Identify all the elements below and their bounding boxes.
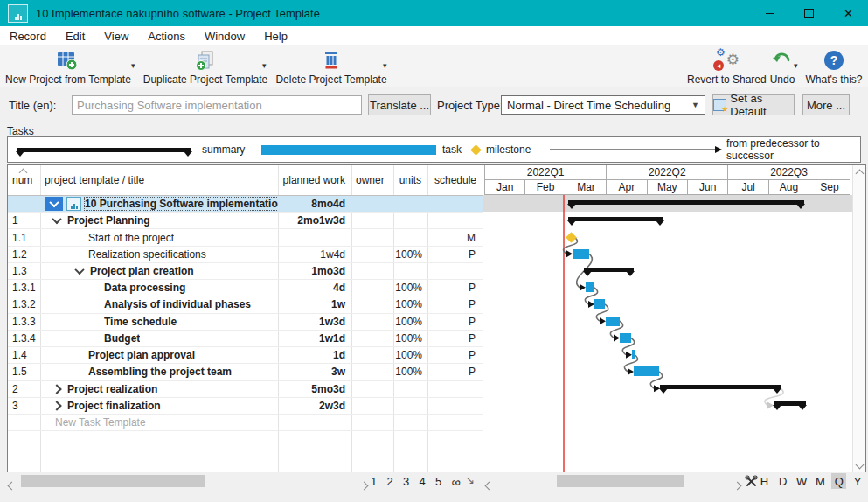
- timescale-button-y[interactable]: Y: [851, 473, 865, 489]
- table-row[interactable]: 1.3.1Data processing4d100%P: [8, 280, 483, 296]
- page-button-∞[interactable]: ∞: [452, 475, 461, 489]
- chevron-right-icon[interactable]: [52, 401, 61, 410]
- task-bar[interactable]: [634, 366, 659, 376]
- project-type-select[interactable]: Normal - Direct Time Scheduling ▼: [501, 95, 705, 115]
- diagonal-resize-icon[interactable]: ↘: [466, 474, 475, 486]
- pager-next-button[interactable]: [361, 478, 367, 492]
- dropdown-caret-icon[interactable]: ▾: [131, 61, 135, 70]
- collapse-row-button[interactable]: [45, 197, 63, 211]
- page-button-4[interactable]: 4: [420, 475, 426, 488]
- chevron-down-icon[interactable]: [74, 265, 84, 275]
- task-bar[interactable]: [620, 333, 631, 343]
- task-title: Assembling the project team: [88, 366, 232, 378]
- summary-bar[interactable]: [568, 217, 663, 221]
- table-row[interactable]: 10 Purchasing Software implementation8mo…: [8, 196, 483, 213]
- table-row[interactable]: 3Project finalization2w3d: [8, 398, 483, 415]
- scroll-up-icon[interactable]: [856, 170, 865, 178]
- gantt-scrollbar-thumb[interactable]: [557, 475, 684, 487]
- task-title: Project finalization: [67, 400, 161, 412]
- task-bar[interactable]: [594, 299, 605, 309]
- dropdown-caret-icon[interactable]: ▾: [383, 61, 387, 70]
- summary-legend-label: summary: [202, 143, 245, 156]
- new-project-from-template-button[interactable]: New Project from Template: [5, 48, 128, 86]
- undo-button[interactable]: Undo: [768, 48, 796, 86]
- table-row[interactable]: 1.2Realization specifications1w4d100%P: [8, 247, 483, 263]
- task-bar[interactable]: [632, 350, 635, 359]
- task-bar[interactable]: [573, 249, 589, 259]
- column-header-owner[interactable]: owner: [351, 165, 393, 195]
- maximize-button[interactable]: [789, 0, 829, 26]
- units: [393, 415, 427, 430]
- project-template-icon: [66, 197, 81, 211]
- minimize-button[interactable]: [750, 0, 789, 26]
- page-button-5[interactable]: 5: [435, 475, 441, 488]
- table-row[interactable]: 2Project realization5mo3d: [8, 381, 483, 398]
- tools-icon[interactable]: [745, 475, 758, 491]
- chevron-down-icon[interactable]: [52, 214, 61, 224]
- chevron-right-icon[interactable]: [52, 384, 61, 394]
- dropdown-caret-icon[interactable]: ▾: [262, 61, 267, 70]
- task-title-cell: Data processing: [40, 280, 278, 296]
- timescale-button-h[interactable]: H: [757, 473, 772, 489]
- translate-button[interactable]: Translate ...: [368, 94, 431, 115]
- table-row[interactable]: 1.3.3Time schedule1w3d100%P: [8, 314, 483, 331]
- table-scroll-left-button[interactable]: [9, 478, 15, 492]
- menu-item-help[interactable]: Help: [254, 30, 297, 43]
- what-s-this--button[interactable]: ?What's this?: [802, 48, 865, 86]
- task-bar[interactable]: [586, 282, 594, 292]
- table-row[interactable]: 1.1Start of the projectM: [8, 229, 483, 246]
- units: [393, 381, 427, 397]
- units: [393, 196, 427, 212]
- menu-item-actions[interactable]: Actions: [138, 30, 195, 43]
- planned-work: 1w4d: [278, 247, 351, 262]
- page-button-1[interactable]: 1: [371, 475, 377, 488]
- owner: [351, 381, 393, 397]
- revert-to-shared-button[interactable]: ⚙⚙◂Revert to Shared: [687, 48, 766, 86]
- timescale-button-d[interactable]: D: [775, 473, 790, 489]
- menu-item-window[interactable]: Window: [195, 30, 254, 43]
- menu-item-record[interactable]: Record: [0, 30, 56, 43]
- gantt-scroll-left-button[interactable]: [486, 478, 492, 492]
- task-title-cell: Project finalization: [40, 398, 278, 414]
- table-row[interactable]: 1.3Project plan creation1mo3d: [8, 263, 483, 280]
- title-en-input[interactable]: [72, 95, 362, 115]
- summary-bar[interactable]: [568, 200, 804, 205]
- units: 100%: [393, 280, 427, 296]
- table-row[interactable]: 1.3.4Budget1w1d100%P: [8, 331, 483, 347]
- menu-item-edit[interactable]: Edit: [56, 30, 94, 43]
- table-row[interactable]: 1.3.2Analysis of individual phases1w100%…: [8, 296, 483, 313]
- delete-project-template-button[interactable]: Delete Project Template: [275, 48, 387, 86]
- month-header: Aug: [768, 180, 809, 195]
- timescale-button-m[interactable]: M: [813, 473, 828, 489]
- task-title-cell: Project Planning: [40, 213, 278, 228]
- schedule: P: [427, 347, 483, 363]
- summary-bar[interactable]: [774, 401, 806, 406]
- summary-bar[interactable]: [660, 385, 781, 389]
- gantt-scroll-right-button[interactable]: [734, 478, 740, 492]
- planned-work: 1w: [278, 296, 351, 312]
- column-header-planned[interactable]: planned work: [278, 165, 351, 195]
- page-button-2[interactable]: 2: [387, 475, 393, 488]
- column-header-schedule[interactable]: schedule: [427, 165, 483, 195]
- timescale-button-q[interactable]: Q: [831, 473, 846, 489]
- task-bar[interactable]: [606, 317, 620, 326]
- page-button-3[interactable]: 3: [403, 475, 409, 488]
- more-button[interactable]: More ...: [802, 94, 850, 115]
- menu-item-view[interactable]: View: [94, 30, 138, 43]
- scroll-down-icon[interactable]: [856, 461, 865, 470]
- table-scrollbar-thumb[interactable]: [21, 475, 205, 487]
- gantt-vertical-scrollbar[interactable]: [852, 165, 865, 473]
- duplicate-project-template-button[interactable]: Duplicate Project Template: [140, 48, 271, 86]
- table-row[interactable]: 1.5Assembling the project team3w100%P: [8, 364, 483, 380]
- table-row[interactable]: 1Project Planning2mo1w3d: [8, 213, 483, 229]
- table-row[interactable]: 1.4Project plan approval1d100%P: [8, 347, 483, 364]
- table-row[interactable]: New Task Template: [8, 415, 483, 431]
- summary-bar[interactable]: [584, 268, 634, 272]
- close-button[interactable]: ✕: [829, 0, 868, 26]
- timescale-button-w[interactable]: W: [795, 473, 809, 489]
- task-title-cell: 10 Purchasing Software implementation: [40, 196, 278, 212]
- column-header-units[interactable]: units: [393, 165, 427, 195]
- set-as-default-button[interactable]: Set as Default: [712, 94, 795, 115]
- dropdown-caret-icon[interactable]: ▾: [794, 61, 798, 70]
- column-header-project[interactable]: project template / title: [40, 165, 278, 195]
